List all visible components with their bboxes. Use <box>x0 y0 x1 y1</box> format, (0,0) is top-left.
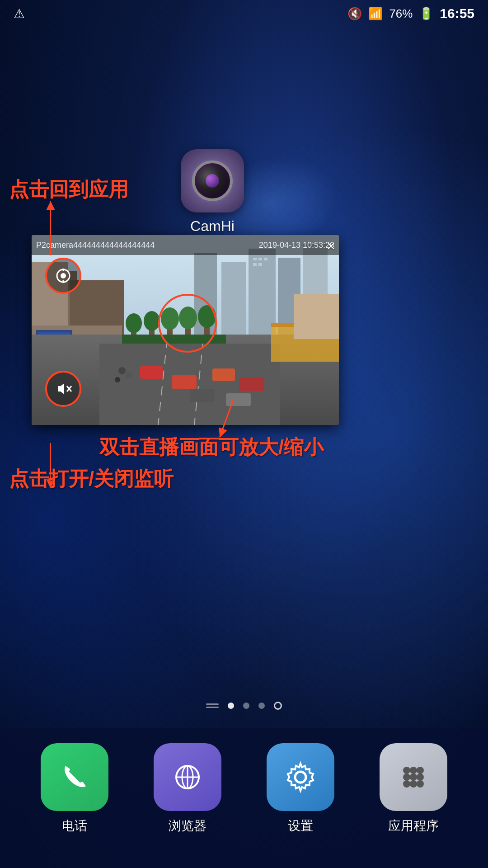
video-camera-name: P2camera444444444444444444 <box>36 241 155 250</box>
mute-icon: 🔇 <box>347 7 362 21</box>
svg-rect-37 <box>190 389 215 402</box>
svg-point-23 <box>126 313 142 333</box>
svg-point-40 <box>126 372 132 378</box>
svg-rect-4 <box>221 262 246 339</box>
video-close-button[interactable]: × <box>327 238 335 255</box>
status-right: 🔇 📶 76% 🔋 16:55 <box>347 6 474 21</box>
svg-point-31 <box>198 305 216 328</box>
svg-rect-6 <box>253 258 257 260</box>
dock-icon-browser <box>154 743 221 811</box>
status-left: ⚠ <box>14 6 25 21</box>
svg-rect-10 <box>258 263 262 266</box>
camhi-label: CamHi <box>190 218 235 235</box>
svg-rect-36 <box>239 377 264 391</box>
warning-icon: ⚠ <box>14 6 25 21</box>
svg-point-27 <box>161 307 179 330</box>
dock-icon-apps <box>380 743 447 811</box>
arrow-up <box>50 201 51 255</box>
dock-icon-phone <box>41 743 108 811</box>
svg-rect-9 <box>253 263 257 266</box>
annotation-return-text: 点击回到应用 <box>9 176 128 203</box>
dock-label-apps: 应用程序 <box>388 817 439 835</box>
video-audio-button[interactable] <box>45 371 81 407</box>
page-dot-1[interactable] <box>228 703 234 709</box>
dock-icon-settings <box>267 743 334 811</box>
page-dot-3[interactable] <box>258 703 265 709</box>
video-timestamp: 2019-04-13 10:53:20 <box>259 241 334 250</box>
svg-rect-34 <box>172 375 197 389</box>
video-camera-button[interactable] <box>45 258 81 294</box>
page-indicators <box>0 702 488 710</box>
battery-level: 76% <box>389 7 413 21</box>
dock-label-browser: 浏览器 <box>169 817 206 835</box>
svg-point-56 <box>295 772 306 783</box>
dock-label-settings: 设置 <box>288 817 313 835</box>
svg-rect-38 <box>226 393 251 406</box>
dock-item-phone[interactable]: 电话 <box>41 743 108 835</box>
svg-point-59 <box>417 767 424 774</box>
wifi-icon: 📶 <box>368 7 383 21</box>
svg-rect-32 <box>122 335 226 344</box>
svg-point-46 <box>61 273 66 278</box>
camhi-app-icon[interactable]: CamHi <box>181 149 244 235</box>
dock-label-phone: 电话 <box>62 817 87 835</box>
dot-line-1 <box>206 703 219 705</box>
svg-point-60 <box>403 774 410 781</box>
dock-item-browser[interactable]: 浏览器 <box>154 743 221 835</box>
camhi-icon-image[interactable] <box>181 149 244 212</box>
status-bar: ⚠ 🔇 📶 76% 🔋 16:55 <box>0 0 488 27</box>
svg-point-64 <box>410 780 417 788</box>
page-dot-lines <box>206 703 219 708</box>
dock-item-apps[interactable]: 应用程序 <box>380 743 447 835</box>
bottom-dock: 电话 浏览器 设置 <box>0 728 488 868</box>
svg-point-65 <box>417 780 424 788</box>
svg-point-63 <box>403 780 410 788</box>
dot-line-2 <box>206 707 219 708</box>
page-dot-2[interactable] <box>243 703 249 709</box>
svg-rect-7 <box>258 258 262 260</box>
annotation-audio-text: 点击打开/关闭监听 <box>9 466 174 492</box>
page-dot-ring[interactable] <box>274 702 282 710</box>
video-preview-card[interactable]: P2camera444444444444444444 2019-04-13 10… <box>32 235 339 425</box>
svg-point-61 <box>410 774 417 781</box>
status-time: 16:55 <box>440 6 474 21</box>
svg-point-39 <box>118 367 126 374</box>
svg-point-58 <box>410 767 417 774</box>
svg-point-62 <box>417 774 424 781</box>
svg-point-57 <box>403 767 410 774</box>
svg-point-41 <box>115 377 120 382</box>
svg-rect-8 <box>264 258 267 260</box>
svg-rect-44 <box>294 294 339 339</box>
battery-icon: 🔋 <box>419 7 433 21</box>
annotation-doubletap-text: 双击直播画面可放大/缩小 <box>99 434 324 461</box>
svg-rect-35 <box>212 368 235 381</box>
dock-item-settings[interactable]: 设置 <box>267 743 334 835</box>
svg-point-29 <box>179 307 197 329</box>
svg-marker-49 <box>58 383 64 394</box>
video-content: P2camera444444444444444444 2019-04-13 10… <box>32 235 339 425</box>
camhi-lens <box>192 160 233 201</box>
svg-rect-33 <box>140 366 163 379</box>
video-top-bar: P2camera444444444444444444 2019-04-13 10… <box>32 235 339 255</box>
svg-point-25 <box>144 311 160 331</box>
